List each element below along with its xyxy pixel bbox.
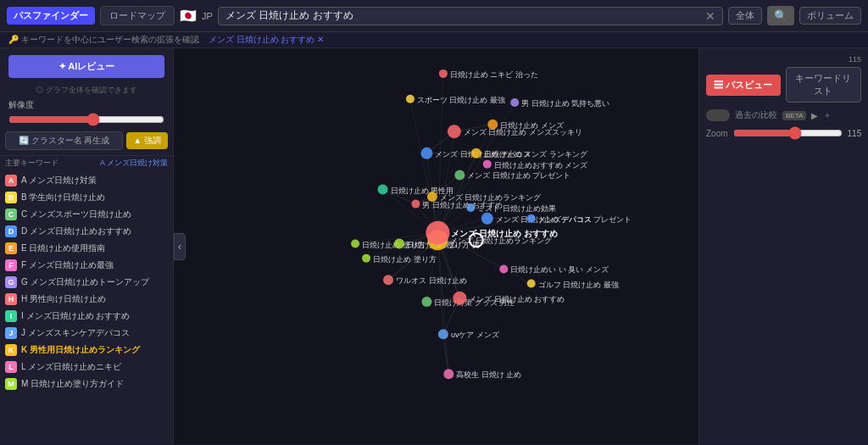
search-clear-icon[interactable]: ✕ <box>705 9 715 23</box>
compare-label: 過去の比較 <box>735 109 777 121</box>
cluster-item[interactable]: B B 学生向け日焼け止め <box>0 189 173 206</box>
svg-text:日焼け止めい い 臭い メンズ: 日焼け止めい い 臭い メンズ <box>510 265 609 274</box>
enhance-button[interactable]: ▲ 強調 <box>126 132 168 149</box>
graph-note: ◎ グラフ全体を確認できます <box>0 85 173 96</box>
cluster-item[interactable]: F F メンズ日焼け止め最強 <box>0 257 173 274</box>
cluster-list: A A メンズ日焼け対策 B B 学生向け日焼け止め C C メンズスポーツ日焼… <box>0 172 173 444</box>
svg-text:日焼け止め メンズ ランキング: 日焼け止め メンズ ランキング <box>484 150 588 159</box>
svg-point-75 <box>394 239 404 249</box>
svg-point-63 <box>411 200 420 209</box>
svg-text:メンズデパコス プレゼント: メンズデパコス プレゼント <box>538 215 632 224</box>
zoom-row: Zoom 115 <box>706 126 861 140</box>
graph-node[interactable]: 高校生 日焼け 止め <box>443 369 521 379</box>
graph-node[interactable]: 日焼け止めい い 臭い メンズ <box>499 264 609 274</box>
cluster-item[interactable]: I I メンズ日焼け止め おすすめ <box>0 308 173 325</box>
svg-text:スポーツ 日焼け止め 最強: スポーツ 日焼け止め 最強 <box>417 96 505 104</box>
svg-point-59 <box>378 185 388 195</box>
svg-point-51 <box>420 147 432 159</box>
svg-point-65 <box>466 203 475 212</box>
svg-point-47 <box>487 120 498 130</box>
graph-node[interactable]: ワルオス 日焼け止め <box>383 275 467 285</box>
pathfinder-view-button[interactable]: ☰ パスビュー <box>706 75 781 96</box>
scope-selector[interactable]: 全体 <box>728 7 762 25</box>
graph-node[interactable]: 日焼け止め ニキビ 治った <box>439 70 538 79</box>
svg-point-90 <box>438 329 448 339</box>
topbar: パスファインダー ロードマップ 🇯🇵 JP ✕ 全体 🔍 ボリューム <box>0 0 868 32</box>
svg-text:日焼け止め ニキビ 治った: 日焼け止め ニキビ 治った <box>450 70 538 79</box>
resolution-label: 解像度 <box>0 99 173 111</box>
cluster-item[interactable]: C C メンズスポーツ日焼け止め <box>0 206 173 223</box>
graph-node[interactable]: 日焼け止め メンズ ランキング <box>471 148 588 159</box>
roadmap-button[interactable]: ロードマップ <box>100 6 175 25</box>
cluster-item[interactable]: G G メンズ日焼け止めトーンアップ <box>0 274 173 291</box>
hint-text: 🔑 キーワードを中心にユーザー検索の拡張を確認 <box>8 35 199 44</box>
svg-text:メンズ 日焼け止め メンズスッキリ: メンズ 日焼け止め メンズスッキリ <box>464 128 582 136</box>
svg-point-71 <box>351 240 359 248</box>
svg-text:uvケア メンズ: uvケア メンズ <box>451 331 500 339</box>
cluster-item[interactable]: A A メンズ日焼け対策 <box>0 172 173 189</box>
graph-canvas: 日焼け止め ニキビ 治ったスポーツ 日焼け止め 最強メンズ 日焼け止め メンズス… <box>174 48 698 444</box>
cluster-item[interactable]: M M 日焼け止め塗り方ガイド <box>0 375 173 392</box>
keyword-list-button[interactable]: キーワードリスト <box>786 67 862 103</box>
svg-point-82 <box>421 297 431 307</box>
cluster-item[interactable]: L L メンズ日焼け止めニキビ <box>0 359 173 375</box>
svg-point-94 <box>426 221 449 245</box>
volume-selector[interactable]: ボリューム <box>799 7 861 25</box>
collapse-sidebar-button[interactable]: ‹ <box>174 233 186 260</box>
right-top-row: ☰ パスビュー キーワードリスト <box>706 67 861 103</box>
graph-node[interactable]: メンズ 日焼け止め おすすめ <box>453 292 565 305</box>
cluster-item[interactable]: K K 男性用日焼け止めランキング <box>0 342 173 359</box>
cluster-item[interactable]: J J メンズスキンケアデパコス <box>0 325 173 342</box>
svg-point-43 <box>406 95 415 103</box>
graph-node[interactable]: メンズ 日焼け止め プレゼント <box>454 170 570 180</box>
logo[interactable]: パスファインダー <box>7 7 95 25</box>
svg-point-92 <box>443 369 453 379</box>
graph-node[interactable]: ミスト 日焼け止め効果 <box>466 203 556 213</box>
ai-review-button[interactable]: ✦ AIレビュー <box>8 55 164 78</box>
svg-text:メンズ 日焼け止めランキング: メンズ 日焼け止めランキング <box>450 236 553 245</box>
svg-text:ゴルフ 日焼け止め 最強: ゴルフ 日焼け止め 最強 <box>538 281 619 289</box>
graph-node[interactable]: 日焼け止め 塗り方 <box>362 254 437 264</box>
cluster-item[interactable]: E E 日焼け止め使用指南 <box>0 240 173 257</box>
cluster-item[interactable]: H H 男性向け日焼け止め <box>0 291 173 308</box>
play-icon[interactable]: ▶ <box>811 111 818 120</box>
search-input[interactable] <box>225 10 700 22</box>
svg-point-57 <box>454 170 465 180</box>
cluster-name-regenerate-button[interactable]: 🔄 クラスター名 再生成 <box>5 131 123 150</box>
zoom-label: Zoom <box>706 129 728 138</box>
svg-point-55 <box>483 160 492 169</box>
resolution-slider[interactable] <box>8 113 164 126</box>
search-button[interactable]: 🔍 <box>767 6 794 25</box>
cluster-item[interactable]: D D メンズ日焼け止めおすすめ <box>0 223 173 240</box>
graph-node[interactable]: ゴルフ 日焼け止め 最強 <box>527 280 619 289</box>
graph-node[interactable]: メンズデパコス プレゼント <box>527 214 632 224</box>
region-label: JP <box>202 11 213 21</box>
svg-text:男 日焼け止め 気持ち悪い: 男 日焼け止め 気持ち悪い <box>521 99 609 108</box>
right-panel: 115 ☰ パスビュー キーワードリスト 過去の比較 BETA ▶ ＋ Zoom… <box>698 48 868 444</box>
svg-point-69 <box>527 214 536 223</box>
zoom-slider[interactable] <box>733 126 843 140</box>
beta-badge: BETA <box>782 111 806 120</box>
svg-point-49 <box>510 98 519 107</box>
sidebar: ✦ AIレビュー ◎ グラフ全体を確認できます 解像度 🔄 クラスター名 再生成… <box>0 48 174 444</box>
graph-node[interactable]: スポーツ 日焼け止め 最強 <box>406 95 505 104</box>
svg-point-86 <box>499 264 508 273</box>
graph-area[interactable]: ‹ 日焼け止め ニキビ 治ったスポーツ 日焼け止め 最強メンズ 日焼け止め メン… <box>174 48 698 444</box>
svg-point-73 <box>362 254 370 263</box>
zoom-value: 115 <box>848 129 862 138</box>
cluster-name-row: 🔄 クラスター名 再生成 ▲ 強調 <box>0 131 173 155</box>
compare-toggle[interactable] <box>706 109 730 121</box>
graph-node[interactable]: uvケア メンズ <box>438 329 500 339</box>
svg-text:ミスト 日焼け止め効果: ミスト 日焼け止め効果 <box>477 204 556 213</box>
svg-line-1 <box>410 99 437 233</box>
svg-point-67 <box>481 213 493 225</box>
svg-text:メンズ 日焼け止め おすすめ: メンズ 日焼け止め おすすめ <box>469 295 565 303</box>
graph-node[interactable]: 男 日焼け止め 気持ち悪い <box>510 98 609 108</box>
graph-node[interactable]: 日焼け止めおすすめ メンズ <box>483 160 589 170</box>
svg-text:日焼け止め 塗り方: 日焼け止め 塗り方 <box>373 255 437 264</box>
search-bar[interactable]: ✕ <box>218 7 723 25</box>
svg-text:メンズ 日焼け止め プレゼント: メンズ 日焼け止め プレゼント <box>467 171 570 180</box>
svg-point-41 <box>439 70 448 78</box>
add-icon[interactable]: ＋ <box>823 109 832 121</box>
breadcrumb-link[interactable]: メンズ 日焼け止め おすすめ ✕ <box>209 35 324 44</box>
